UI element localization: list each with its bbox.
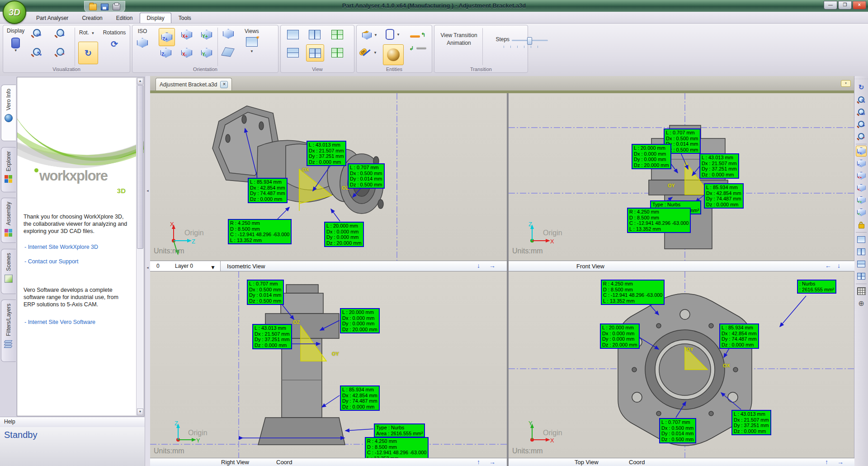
tab-part-analyser[interactable]: Part Analyser	[30, 13, 75, 23]
layout-single-icon[interactable]	[856, 234, 867, 245]
layout-mixed-green-icon[interactable]	[331, 48, 343, 57]
measurement-label[interactable]: L : 0.707 mmDx : 0.500 mmDy : 0.014 mmDz…	[247, 280, 284, 305]
zoom-fit-icon[interactable]: ⤡	[856, 94, 867, 105]
measurement-label[interactable]: Type : NurbsArea : 2616.555 mm²	[374, 423, 425, 437]
swap-view-right-icon[interactable]: →	[837, 458, 844, 466]
measurement-label[interactable]: L : 85.934 mmDx : 42.854 mmDy : 74.487 m…	[340, 385, 380, 411]
view-z-plus-button[interactable]: Z+	[159, 28, 175, 46]
grid-icon[interactable]	[856, 285, 867, 296]
flip-view-button[interactable]	[223, 29, 234, 40]
viewport-top[interactable]: R : 4.250 mmD : 8.500 mmC : -12.941 48.2…	[509, 271, 854, 458]
entity-line-button[interactable]: On ▼	[362, 51, 377, 55]
lock-rotation-icon[interactable]	[856, 219, 867, 230]
origin-axes-icon[interactable]: ⊕	[856, 298, 867, 309]
link-contact-support[interactable]: - Contact our Support	[24, 258, 79, 265]
sidebar-tab-explorer[interactable]: Explorer	[1, 147, 16, 192]
app-logo[interactable]: 3D	[3, 0, 26, 24]
document-tab[interactable]: Adjustment Bracket.a3d ×	[156, 78, 232, 90]
sidebar-scrollbar[interactable]: ▲ ▼	[136, 78, 143, 415]
view-y-minus-icon[interactable]: Y-	[856, 207, 867, 218]
scrollbar-thumb[interactable]	[137, 85, 143, 249]
rotations-button[interactable]: Rotations ⟳	[102, 28, 127, 49]
swap-view-down-icon[interactable]: ↓	[837, 262, 840, 269]
measurement-label[interactable]: L : 85.934 mmDx : 42.854 mmDy : 74.487 m…	[704, 183, 744, 209]
measurement-label[interactable]: R : 4.250 mmD : 8.500 mmC : -12.941 48.2…	[365, 437, 429, 458]
measurement-label[interactable]: L : 0.707 mmDx : 0.500 mmDy : 0.014 mmDz…	[348, 163, 385, 189]
view-y-plus-icon[interactable]: Y+	[856, 195, 867, 205]
measurement-label[interactable]: R : 4.250 mmD : 8.500 mmC : -12.941 48.2…	[601, 280, 665, 305]
rot-dropdown[interactable]: Rot. ▼	[79, 28, 94, 36]
measurement-label[interactable]: L : 20.000 mmDx : 0.000 mmDy : 0.000 mmD…	[632, 144, 671, 169]
rotate-button[interactable]: ↻	[78, 42, 98, 64]
layout-hsplit-icon[interactable]	[287, 48, 299, 57]
layout-vsplit-icon[interactable]	[309, 30, 321, 39]
minimize-button[interactable]: —	[824, 1, 837, 10]
layer-selector[interactable]: 0 Layer 0 ▼	[150, 261, 221, 271]
measurement-label[interactable]: L : 85.934 mmDx : 42.854 mmDy : 74.487 m…	[248, 178, 288, 203]
layout-quad-button[interactable]	[306, 44, 324, 62]
slider-thumb[interactable]	[527, 37, 532, 45]
swap-view-down-icon[interactable]: ↓	[477, 262, 480, 269]
measurement-label[interactable]: L : 0.707 mmDx : 0.500 mmDy : 0.014 mmDz…	[659, 418, 696, 443]
view-z-plus-icon[interactable]: Z+	[856, 146, 867, 157]
layout-quad-icon[interactable]	[856, 271, 867, 281]
views-dropdown-button[interactable]: Views ★ ▼	[245, 28, 259, 53]
zoom-in-icon[interactable]: +	[856, 119, 867, 129]
viewport-front[interactable]: L : 0.707 mmDx : 0.500 mmDy : 0.014 mmDz…	[509, 93, 854, 261]
scroll-down-icon[interactable]: ▼	[137, 409, 143, 415]
y-plus-cube-icon[interactable]: Y+	[201, 30, 212, 39]
close-tab-icon[interactable]: ×	[220, 81, 228, 88]
x-minus-cube-icon[interactable]: X-	[181, 48, 192, 57]
zoom-out-icon[interactable]: −	[57, 48, 64, 56]
swap-view-left-icon[interactable]: ←	[825, 262, 831, 269]
layout-single-icon[interactable]	[287, 30, 299, 39]
collapse-left-icon[interactable]: ◄	[146, 189, 149, 192]
swap-view-right-icon[interactable]: →	[489, 458, 495, 466]
viewport-right[interactable]: L : 0.707 mmDx : 0.500 mmDy : 0.014 mmDz…	[150, 271, 507, 458]
measurement-label[interactable]: L : 43.013 mmDx : 21.507 mmDy : 37.251 m…	[731, 410, 771, 435]
sidebar-tab-scenes[interactable]: Scenes	[1, 249, 16, 294]
tab-display[interactable]: Display	[140, 13, 171, 23]
link-internet-site-workxplore[interactable]: - Internet Site WorkXplore 3D	[24, 244, 98, 250]
tab-tools[interactable]: Tools	[172, 13, 198, 23]
view-transition-animation-button[interactable]: View Transition Animation	[438, 32, 480, 47]
chevron-down-icon[interactable]: ▼	[210, 264, 216, 271]
swap-view-up-icon[interactable]: ↑	[825, 458, 828, 466]
measurement-label[interactable]: R : 4.250 mmD : 8.500 mmC : -12.941 48.2…	[228, 219, 292, 244]
coord-label[interactable]: Coord	[276, 459, 292, 466]
layout-vsplit-icon[interactable]	[856, 246, 867, 257]
display-mode-button[interactable]: Display ▼	[7, 28, 24, 52]
layout-hsplit-icon[interactable]	[856, 258, 867, 269]
scroll-up-icon[interactable]: ▲	[137, 78, 143, 85]
link-internet-site-vero[interactable]: - Internet Site Vero Software	[24, 319, 95, 325]
y-minus-cube-icon[interactable]: Y-	[201, 48, 212, 57]
collapse-panel-button[interactable]: ▾	[841, 80, 851, 87]
view-x-plus-icon[interactable]: X+	[856, 170, 867, 181]
zoom-window-icon[interactable]: ▭	[856, 106, 867, 117]
measurement-label[interactable]: L : 20.000 mmDx : 0.000 mmDy : 0.000 mmD…	[340, 308, 380, 333]
zoom-fit-icon[interactable]: ⤡	[33, 48, 41, 56]
collapse-left-icon[interactable]: ◄	[146, 266, 149, 269]
view-z-minus-icon[interactable]: Z-	[856, 158, 867, 169]
measurement-label[interactable]: : Nurbs: 2616.555 mm²	[797, 280, 836, 294]
swap-view-up-icon[interactable]: ↑	[477, 458, 480, 466]
entity-box-button[interactable]: On ▼	[362, 31, 377, 39]
measurement-label[interactable]: L : 20.000 mmDx : 0.000 mmDy : 0.000 mmD…	[600, 323, 640, 349]
view-x-minus-icon[interactable]: X-	[856, 182, 867, 193]
close-button[interactable]: ×	[853, 1, 866, 10]
sidebar-tab-filters-layers[interactable]: Filters/Layers	[1, 300, 16, 362]
measurement-label[interactable]: L : 85.934 mmDx : 42.854 mmDy : 74.487 m…	[719, 323, 759, 349]
coord-label[interactable]: Coord	[629, 459, 645, 466]
zoom-window-icon[interactable]: ▭	[33, 29, 41, 37]
z-minus-cube-icon[interactable]: Z-	[160, 48, 171, 57]
zoom-out-icon[interactable]: −	[856, 131, 867, 142]
entity-sphere-button[interactable]	[383, 44, 404, 65]
viewport-divider[interactable]	[507, 93, 509, 466]
zoom-in-icon[interactable]: +	[57, 29, 64, 37]
swap-view-right-icon[interactable]: →	[489, 262, 495, 269]
tab-edition[interactable]: Edition	[110, 13, 139, 23]
sidebar-tab-vero-info[interactable]: Vero Info	[1, 85, 16, 141]
view-normal-button[interactable]	[223, 48, 233, 58]
rotate-view-icon[interactable]: ↻	[856, 82, 867, 93]
measurement-label[interactable]: L : 20.000 mmDx : 0.000 mmDy : 0.000 mmD…	[324, 222, 364, 247]
